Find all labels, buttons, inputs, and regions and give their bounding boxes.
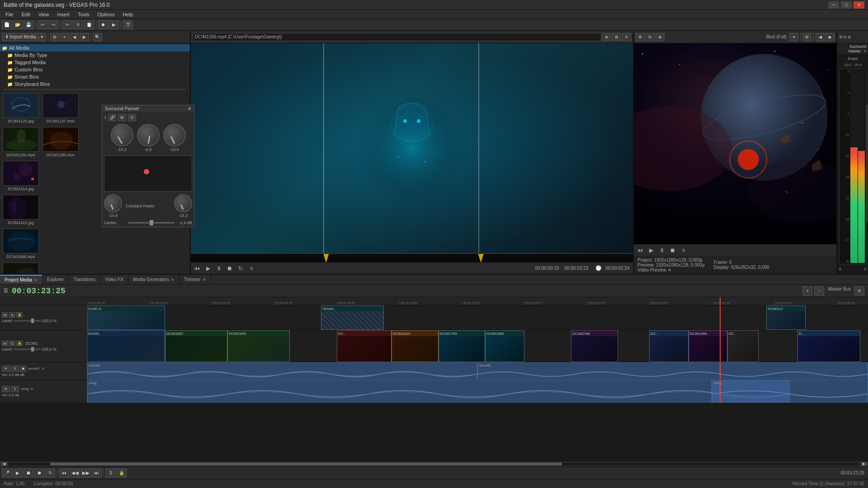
paste-button[interactable]: 📋 xyxy=(84,20,94,29)
pause-btn[interactable]: ⏸ xyxy=(214,264,223,272)
preview-close-btn[interactable]: ✕ xyxy=(622,33,631,41)
track-2-clip-12[interactable]: D... xyxy=(797,330,860,362)
menu-tools[interactable]: Tools xyxy=(74,11,93,18)
import-dropdown-icon[interactable]: ▾ xyxy=(41,34,43,39)
tab-media-generators[interactable]: Media Generators ✕ xyxy=(128,275,179,284)
right-quality-dropdown[interactable]: ▾ xyxy=(789,33,798,41)
track-2-clip-5[interactable]: DCIM1314 xyxy=(392,330,439,362)
right-pause-btn[interactable]: ⏸ xyxy=(657,246,666,254)
audio-1-clip-1[interactable]: sound1 xyxy=(87,362,477,380)
tree-item-tagged-media[interactable]: 📁 Tagged Media xyxy=(0,59,190,66)
panner-link-btn[interactable]: 🔗 xyxy=(108,114,116,121)
track-2-lock[interactable]: 🔒 xyxy=(16,341,23,346)
goto-start-btn[interactable]: ⏮ xyxy=(193,264,202,272)
track-2-clip-8[interactable]: DCIM3768 xyxy=(571,330,618,362)
right-stop-btn[interactable]: ⏹ xyxy=(668,246,677,254)
video-preview-close[interactable]: ✕ xyxy=(668,267,671,272)
track-2-clip-2[interactable]: DCIM1867 xyxy=(165,330,227,362)
menu-insert[interactable]: Insert xyxy=(53,11,73,18)
media-item-5[interactable]: DCIM1314.jpg xyxy=(2,160,40,192)
surround-master-plugin[interactable]: ⊕ xyxy=(848,35,851,39)
loop-btn[interactable]: ↻ xyxy=(236,264,245,272)
prev-frame[interactable]: ◀◀ xyxy=(70,469,80,478)
menu-edit[interactable]: Edit xyxy=(18,11,34,18)
scroll-track[interactable] xyxy=(7,462,861,466)
media-item-3[interactable]: DCIM1234.mp4 xyxy=(2,126,40,158)
track-2-clip-1[interactable]: DCIM1 xyxy=(87,330,165,362)
minimize-button[interactable]: ─ xyxy=(828,1,839,9)
preview-settings-btn[interactable]: ⊞ xyxy=(612,33,621,41)
surround-panner-close[interactable]: ✕ xyxy=(188,106,191,111)
media-item-4[interactable]: DCIM1290.mov xyxy=(42,126,80,158)
goto-start-all[interactable]: ⏮ xyxy=(59,469,69,478)
maximize-button[interactable]: □ xyxy=(841,1,852,9)
scroll-left-btn[interactable]: ◀ xyxy=(1,462,7,466)
tree-item-all-media[interactable]: 📁 All Media xyxy=(0,44,190,52)
audio-1-arm[interactable]: ⏺ xyxy=(20,366,26,372)
audio-2-mute[interactable]: M xyxy=(2,386,10,392)
media-prev[interactable]: ◀ xyxy=(70,33,79,41)
track-1-clip-2[interactable]: VEGAS... xyxy=(321,305,383,330)
surround-master-fx[interactable]: fx xyxy=(844,35,847,39)
right-settings-btn[interactable]: ⚙ xyxy=(636,33,645,41)
right-zoom-btn[interactable]: ⊞ xyxy=(802,33,811,41)
menu-view[interactable]: View xyxy=(35,11,53,18)
knob-3[interactable] xyxy=(163,124,186,146)
tab-trimmer[interactable]: Trimmer ✕ xyxy=(179,275,211,284)
goto-end-all[interactable]: ⏭ xyxy=(92,469,102,478)
tab-project-media-close[interactable]: ✕ xyxy=(34,278,38,282)
cut-button[interactable]: ✂ xyxy=(62,20,72,29)
right-nav-left[interactable]: ◀ xyxy=(816,33,825,41)
track-2-clip-3[interactable]: DCIM1845 xyxy=(227,330,290,362)
right-play-btn[interactable]: ▶ xyxy=(646,246,656,254)
tab-video-fx[interactable]: Video FX xyxy=(100,275,128,284)
knob-2[interactable] xyxy=(137,124,160,146)
panner-center-slider[interactable] xyxy=(128,222,175,224)
scroll-thumb[interactable] xyxy=(50,463,562,465)
track-2-clip-4[interactable]: DC... xyxy=(337,330,392,362)
more-btn[interactable]: ≡ xyxy=(247,264,256,272)
save-button[interactable]: 💾 xyxy=(24,20,33,29)
play-all-btn[interactable]: ▶ xyxy=(13,469,23,478)
media-item-6[interactable]: DCIM1412.jpg xyxy=(2,194,40,226)
panner-settings-btn[interactable]: ⊞ xyxy=(118,114,126,121)
track-2-solo[interactable]: S xyxy=(9,341,15,346)
track-1-solo[interactable]: S xyxy=(9,312,15,318)
right-nav-right[interactable]: ▶ xyxy=(826,33,835,41)
stop-btn[interactable]: ⏹ xyxy=(225,264,234,272)
menu-options[interactable]: Options xyxy=(94,11,118,18)
media-list-view[interactable]: ≡ xyxy=(60,33,69,41)
track-2-clip-10[interactable]: DCIM1999 xyxy=(689,330,727,362)
tree-item-media-by-type[interactable]: 📁 Media By Type xyxy=(0,52,190,59)
copy-button[interactable]: ⎘ xyxy=(73,20,83,29)
menu-help[interactable]: Help xyxy=(119,11,137,18)
tab-explorer[interactable]: Explorer xyxy=(42,275,69,284)
tl-zoom-in[interactable]: + xyxy=(802,286,812,296)
surround-master-settings[interactable]: ⚙ xyxy=(839,35,843,39)
mic-btn[interactable]: 🎤 xyxy=(2,469,12,478)
tab-project-media[interactable]: Project Media ✕ xyxy=(0,275,42,284)
render-button[interactable]: 🎬 xyxy=(123,20,133,29)
audio-1-clip-2[interactable]: sound1 xyxy=(477,362,868,380)
audio-1-solo[interactable]: S xyxy=(11,366,19,372)
media-item-1[interactable]: DCIM1120.jpg xyxy=(2,92,40,124)
right-goto-start[interactable]: ⏮ xyxy=(636,246,645,254)
loop-all-btn[interactable]: ↻ xyxy=(45,469,55,478)
tl-zoom-out[interactable]: − xyxy=(814,286,824,296)
knob-4[interactable] xyxy=(104,194,122,212)
next-frame[interactable]: ▶▶ xyxy=(81,469,91,478)
track-1-level-slider[interactable] xyxy=(14,320,41,322)
surround-master-close-btn[interactable]: × xyxy=(864,49,866,53)
redo-button[interactable]: ↪ xyxy=(48,20,58,29)
track-2-clip-6[interactable]: DCIM1765 xyxy=(439,330,486,362)
audio-2-clip-2[interactable]: song xyxy=(712,380,868,403)
record-button[interactable]: ⏺ xyxy=(98,20,108,29)
right-more-btn[interactable]: ≡ xyxy=(679,246,688,254)
scroll-right-btn[interactable]: ▶ xyxy=(861,462,867,466)
timeline-settings-icon[interactable]: ☰ xyxy=(4,288,8,294)
menu-file[interactable]: File xyxy=(2,11,17,18)
track-1-mute[interactable]: M xyxy=(2,312,8,318)
play-btn[interactable]: ▶ xyxy=(203,264,212,272)
audio-2-clip-1[interactable]: song xyxy=(87,380,790,403)
horizontal-scrollbar[interactable]: ◀ ▶ xyxy=(0,461,868,466)
